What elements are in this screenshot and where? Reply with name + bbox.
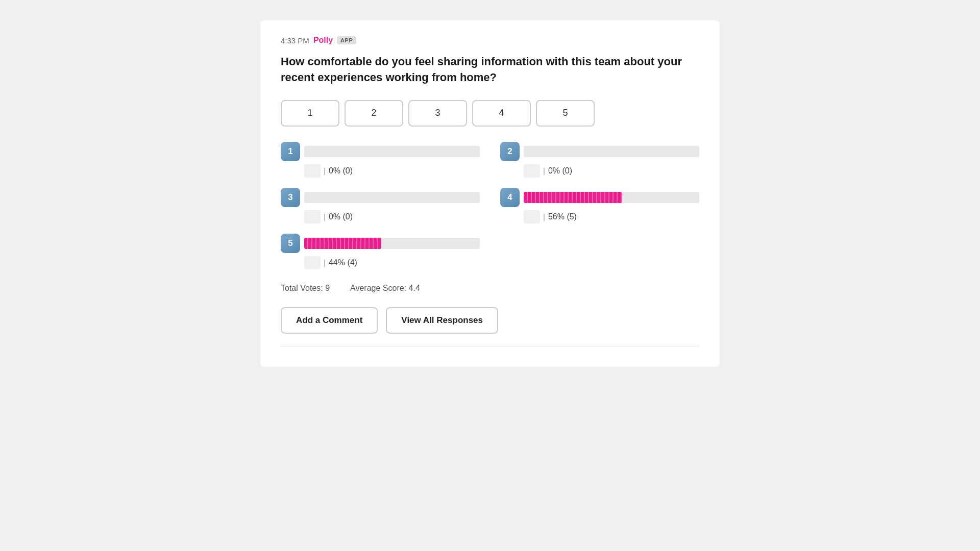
- result-bar-row-4: 4: [500, 188, 699, 207]
- add-comment-button[interactable]: Add a Comment: [281, 307, 378, 334]
- result-stat-row-2: | 0% (0): [500, 164, 699, 178]
- result-badge-2: 2: [500, 142, 520, 161]
- bar-container-2: [524, 146, 699, 157]
- result-item-5: 5 | 44% (4): [281, 234, 480, 269]
- result-bar-row-2: 2: [500, 142, 699, 161]
- result-item-2: 2 | 0% (0): [500, 142, 699, 178]
- stat-text-2: 0% (0): [548, 166, 572, 176]
- bar-container-3: [304, 192, 480, 203]
- results-grid: 1 | 0% (0) 2: [281, 142, 699, 269]
- stat-box-1: [304, 164, 321, 178]
- result-stat-row-5: | 44% (4): [281, 256, 480, 269]
- result-badge-5: 5: [281, 234, 300, 253]
- average-score-text: Average Score: 4.4: [350, 284, 420, 293]
- result-badge-1: 1: [281, 142, 300, 161]
- stat-text-1: 0% (0): [329, 166, 353, 176]
- stat-text-5: 44% (4): [329, 258, 357, 267]
- stat-separator-3: |: [324, 212, 326, 221]
- vote-button-1[interactable]: 1: [281, 100, 339, 127]
- app-badge: APP: [337, 36, 356, 44]
- bar-container-1: [304, 146, 480, 157]
- summary-row: Total Votes: 9 Average Score: 4.4: [281, 284, 699, 293]
- vote-button-4[interactable]: 4: [472, 100, 531, 127]
- stat-separator-1: |: [324, 166, 326, 175]
- stat-text-3: 0% (0): [329, 212, 353, 221]
- result-item-1: 1 | 0% (0): [281, 142, 480, 178]
- result-stat-row-3: | 0% (0): [281, 210, 480, 223]
- bar-fill-4: [524, 192, 622, 203]
- result-bar-row-1: 1: [281, 142, 480, 161]
- stat-text-4: 56% (5): [548, 212, 577, 221]
- stat-box-4: [524, 210, 540, 223]
- vote-button-2[interactable]: 2: [345, 100, 403, 127]
- question-text: How comfortable do you feel sharing info…: [281, 54, 699, 86]
- stat-box-5: [304, 256, 321, 269]
- result-badge-3: 3: [281, 188, 300, 207]
- stat-separator-2: |: [543, 166, 545, 175]
- result-stat-row-4: | 56% (5): [500, 210, 699, 223]
- result-item-4: 4 | 56% (5): [500, 188, 699, 223]
- poll-card: 4:33 PM Polly APP How comfortable do you…: [260, 20, 720, 367]
- result-bar-row-3: 3: [281, 188, 480, 207]
- header-row: 4:33 PM Polly APP: [281, 36, 699, 45]
- view-responses-button[interactable]: View All Responses: [386, 307, 498, 334]
- stat-box-3: [304, 210, 321, 223]
- result-badge-4: 4: [500, 188, 520, 207]
- vote-button-5[interactable]: 5: [536, 100, 595, 127]
- bar-container-4: [524, 192, 699, 203]
- total-votes-text: Total Votes: 9: [281, 284, 330, 293]
- stat-separator-5: |: [324, 258, 326, 267]
- page-wrapper: 4:33 PM Polly APP How comfortable do you…: [0, 0, 980, 551]
- vote-button-3[interactable]: 3: [408, 100, 467, 127]
- stat-separator-4: |: [543, 212, 545, 221]
- result-bar-row-5: 5: [281, 234, 480, 253]
- action-buttons: Add a Comment View All Responses: [281, 307, 699, 334]
- vote-buttons-row: 1 2 3 4 5: [281, 100, 699, 127]
- timestamp: 4:33 PM: [281, 36, 309, 45]
- app-name: Polly: [313, 36, 333, 45]
- stat-box-2: [524, 164, 540, 178]
- bar-container-5: [304, 238, 480, 249]
- bar-fill-5: [304, 238, 381, 249]
- divider: [281, 346, 699, 346]
- result-item-3: 3 | 0% (0): [281, 188, 480, 223]
- result-stat-row-1: | 0% (0): [281, 164, 480, 178]
